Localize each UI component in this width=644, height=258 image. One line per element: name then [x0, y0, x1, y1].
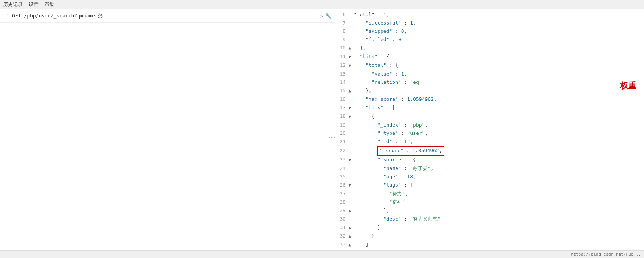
- collapse-arrow[interactable]: ▼: [349, 62, 354, 70]
- json-content: "total" : {: [354, 61, 641, 70]
- json-line: 12▼ "total" : {: [335, 61, 644, 70]
- json-content: "age" : 18,: [354, 173, 641, 181]
- query-icons: ▷ 🔧: [320, 13, 334, 19]
- right-panel[interactable]: 6"total" : 1,7 "successful" : 1,8 "skipp…: [335, 9, 644, 250]
- collapse-arrow[interactable]: ▲: [349, 241, 354, 249]
- json-line: 11▼ "hits" : {: [335, 53, 644, 61]
- collapse-arrow[interactable]: ▲: [349, 44, 354, 53]
- collapse-arrow[interactable]: ▼: [349, 104, 354, 112]
- main-area: 1 GET /pbp/user/_search?q=name:彭 ▷ 🔧 ⋮ 6…: [0, 9, 644, 250]
- json-content: "failed" : 0: [354, 36, 641, 44]
- json-line: 17▼ "hits" : [: [335, 104, 644, 112]
- line-number: 20: [335, 129, 349, 137]
- line-number: 31: [335, 223, 349, 232]
- line-number: 26: [335, 181, 349, 189]
- json-line: 33▲ ]: [335, 241, 644, 249]
- drag-handle[interactable]: ⋮: [328, 134, 335, 139]
- json-content: "_id" : "1",: [354, 137, 641, 146]
- line-number: 11: [335, 53, 349, 61]
- collapse-arrow[interactable]: ▲: [349, 250, 354, 250]
- line-number: 16: [335, 95, 349, 104]
- line-number: 8: [335, 27, 349, 36]
- json-content: }: [354, 249, 641, 250]
- json-line: 13 "value" : 1,: [335, 70, 644, 78]
- line-number: 25: [335, 173, 349, 181]
- line-number: 19: [335, 121, 349, 129]
- line-number: 28: [335, 198, 349, 206]
- json-content: "tags" : [: [354, 181, 641, 189]
- query-text: GET /pbp/user/_search?q=name:彭: [12, 12, 320, 19]
- line-number: 6: [335, 11, 349, 19]
- json-content: "_source" : {: [354, 156, 641, 164]
- json-line: 10▲ },: [335, 44, 644, 53]
- line-number: 23: [335, 156, 349, 164]
- menu-help[interactable]: 帮助: [45, 1, 54, 8]
- json-line: 16 "max_score" : 1.0594962,: [335, 95, 644, 104]
- json-content: },: [354, 44, 641, 52]
- json-content: "value" : 1,: [354, 70, 641, 78]
- json-line: 15▲ },: [335, 87, 644, 95]
- json-line: 23▼ "_source" : {: [335, 156, 644, 164]
- json-content: "total" : 1,: [354, 11, 641, 19]
- line-number: 15: [335, 87, 349, 95]
- line-number: 7: [335, 19, 349, 27]
- wrench-icon[interactable]: 🔧: [325, 13, 332, 19]
- json-content: ],: [354, 206, 641, 215]
- line-number: 34: [335, 249, 349, 250]
- json-line: 30 "desc" : "努力又帅气": [335, 215, 644, 223]
- json-line: 25 "age" : 18,: [335, 173, 644, 181]
- status-url: https://blog.csdn.net/Fup...: [571, 252, 641, 257]
- collapse-arrow[interactable]: ▲: [349, 207, 354, 215]
- json-line: 8 "skipped" : 0,: [335, 27, 644, 36]
- line-number: 29: [335, 206, 349, 215]
- line-number: 17: [335, 104, 349, 112]
- json-content: },: [354, 87, 641, 95]
- json-line: 14 "relation" : "eq": [335, 78, 644, 87]
- json-content: "_score" : 1.0594962,: [354, 146, 641, 156]
- json-content: "successful" : 1,: [354, 19, 641, 27]
- json-line: 24 "name" : "彭于晏",: [335, 164, 644, 173]
- menu-settings[interactable]: 设置: [29, 1, 39, 8]
- collapse-arrow[interactable]: ▼: [349, 53, 354, 61]
- menu-bar: 历史记录 设置 帮助: [0, 0, 644, 9]
- line-number: 13: [335, 70, 349, 78]
- status-bar: https://blog.csdn.net/Fup...: [0, 250, 644, 258]
- json-content: "_index" : "pbp",: [354, 121, 641, 129]
- json-line: 7 "successful" : 1,: [335, 19, 644, 27]
- json-line: 18▼ {: [335, 112, 644, 121]
- collapse-arrow[interactable]: ▲: [349, 224, 354, 232]
- json-line: 28 "奋斗": [335, 198, 644, 206]
- json-line: 29▲ ],: [335, 206, 644, 215]
- left-panel: 1 GET /pbp/user/_search?q=name:彭 ▷ 🔧 ⋮: [0, 9, 335, 250]
- json-line: 26▼ "tags" : [: [335, 181, 644, 190]
- json-area: 6"total" : 1,7 "successful" : 1,8 "skipp…: [335, 9, 644, 250]
- json-line: 19 "_index" : "pbp",: [335, 121, 644, 129]
- json-content: "desc" : "努力又帅气": [354, 215, 641, 223]
- json-content: "name" : "彭于晏",: [354, 164, 641, 173]
- menu-history[interactable]: 历史记录: [3, 1, 23, 8]
- collapse-arrow[interactable]: ▲: [349, 87, 354, 95]
- left-empty: ⋮: [0, 23, 335, 250]
- json-content: }: [354, 232, 641, 240]
- collapse-arrow[interactable]: ▼: [349, 181, 354, 190]
- json-content: "奋斗": [354, 198, 641, 206]
- annotation-quanzhong: 权重: [620, 80, 636, 91]
- json-line: 32▲ }: [335, 232, 644, 241]
- line-number: 24: [335, 164, 349, 173]
- json-content: }: [354, 223, 641, 232]
- json-line: 31▲ }: [335, 223, 644, 232]
- line-number: 27: [335, 190, 349, 198]
- json-line: 21 "_id" : "1",: [335, 137, 644, 146]
- line-number: 12: [335, 61, 349, 70]
- run-icon[interactable]: ▷: [320, 13, 323, 19]
- collapse-arrow[interactable]: ▲: [349, 232, 354, 241]
- json-line: 22 "_score" : 1.0594962,: [335, 146, 644, 156]
- query-area: 1 GET /pbp/user/_search?q=name:彭 ▷ 🔧: [0, 9, 335, 23]
- json-line: 6"total" : 1,: [335, 11, 644, 19]
- json-content: "max_score" : 1.0594962,: [354, 95, 641, 104]
- line-number: 14: [335, 78, 349, 87]
- collapse-arrow[interactable]: ▼: [349, 113, 354, 121]
- json-content: "relation" : "eq": [354, 78, 641, 87]
- collapse-arrow[interactable]: ▼: [349, 156, 354, 164]
- line-number: 9: [335, 36, 349, 44]
